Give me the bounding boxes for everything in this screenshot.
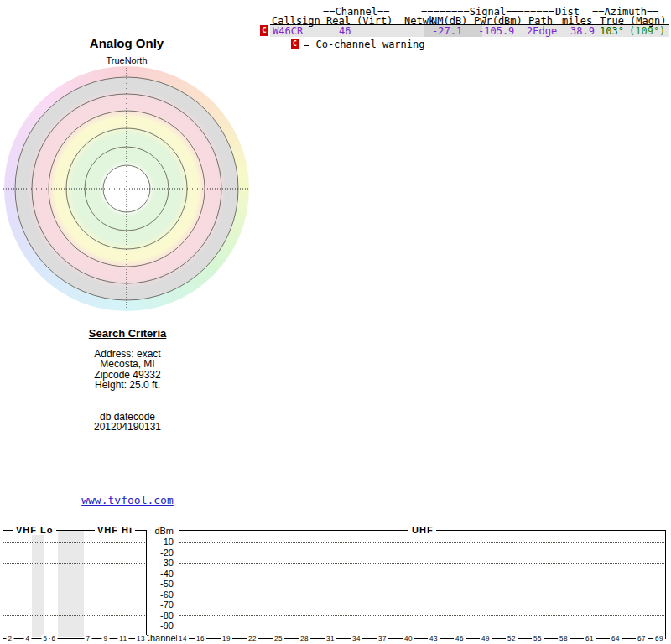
channel-tick-label: 49 (480, 635, 492, 642)
gridline-uhf (179, 542, 664, 543)
cell-real-channel: 46 (339, 26, 351, 37)
cell-pwr-dbm: -105.9 (478, 26, 514, 37)
tvfool-report-page: ==Channel== ========Signal======== Dist … (0, 0, 671, 644)
col-header-netwk: Netwk (404, 16, 434, 27)
gridline-uhf (179, 626, 664, 626)
uhf-panel-right-border (665, 530, 666, 639)
band-label-vhf-hi: VHF Hi (95, 525, 135, 535)
y-tick-label: -50 (144, 579, 174, 589)
y-tick-label: -90 (144, 621, 174, 631)
gridline-uhf (179, 615, 664, 616)
y-tick-label: -80 (144, 610, 174, 621)
gridline-vhf (3, 542, 145, 543)
channel-tick-label: 13 (135, 635, 147, 642)
cell-azimuth-magn: (109°) (629, 26, 665, 37)
channel-tick-label: 40 (403, 635, 414, 642)
gridline-uhf (179, 584, 664, 584)
legend-co-channel-label: = Co-channel warning (304, 39, 425, 50)
criteria-height: Height: 25.0 ft. (44, 380, 211, 390)
gridline-vhf (3, 584, 145, 584)
gridline-vhf (3, 595, 145, 595)
channel-tick-label: 19 (221, 635, 232, 642)
col-header-virt: (Virt) (356, 16, 393, 27)
top-border-segment (3, 530, 13, 531)
channel-tick-label: 64 (610, 635, 622, 642)
cell-nm-db: -27.1 (432, 26, 462, 37)
cell-callsign[interactable]: W46CR (273, 26, 303, 37)
y-tick-label: -60 (144, 589, 174, 600)
channel-tick-label: 37 (377, 635, 388, 642)
top-border-segment (52, 530, 95, 531)
channel-tick-label: 61 (584, 635, 596, 642)
gridline-vhf (3, 574, 145, 574)
radar-title: Analog Only (51, 36, 202, 50)
channel-tick-label: 28 (299, 635, 310, 642)
gridline-uhf (179, 574, 664, 574)
top-border-segment (179, 530, 408, 531)
y-tick-label: -70 (144, 600, 174, 610)
y-tick-label: -20 (144, 548, 174, 558)
gridline-uhf (179, 605, 664, 605)
y-tick-label: -30 (144, 558, 174, 568)
search-criteria-heading: Search Criteria (44, 327, 211, 340)
channel-tick-label: 14 (177, 635, 189, 642)
channel-tick-label: 52 (506, 635, 518, 642)
channel-tick-label: 34 (351, 635, 362, 642)
channel-tick-label: 31 (325, 635, 336, 642)
gridline-uhf (179, 553, 664, 553)
channel-tick-label: 69 (653, 635, 665, 642)
gridline-vhf (3, 563, 145, 564)
channel-tick-label: 5 (42, 635, 49, 642)
channel-tick-label: 55 (532, 635, 544, 642)
channel-tick-label: 46 (454, 635, 466, 642)
gridline-vhf (3, 615, 145, 616)
gridline-uhf (179, 563, 664, 564)
channel-tick-label: 43 (428, 635, 440, 642)
gridline-uhf (179, 595, 664, 595)
tvfool-link[interactable]: www.tvfool.com (44, 494, 211, 506)
gridline-vhf (3, 626, 145, 626)
search-criteria: Search Criteria Address: exact Mecosta, … (44, 327, 211, 432)
cell-miles: 38.9 (570, 26, 595, 37)
channel-tick-label: 67 (636, 635, 648, 642)
gridline-vhf (3, 553, 145, 553)
channel-tick-label: 22 (247, 635, 258, 642)
channel-tick-label: 2 (7, 635, 14, 642)
uhf-panel-left-border (179, 530, 179, 639)
channel-tick-label: 25 (273, 635, 284, 642)
y-axis-title: dBm (134, 526, 174, 536)
cell-path: 2Edge (527, 26, 557, 37)
channel-tick-label: 7 (85, 635, 92, 642)
y-tick-label: -40 (144, 569, 174, 579)
channel-tick-label: 16 (195, 635, 206, 642)
channel-tick-label: 9 (102, 635, 110, 642)
cell-azimuth-true: 103° (600, 26, 624, 37)
channel-tick-label: 11 (117, 635, 128, 642)
channel-tick-label: 6 (50, 635, 58, 642)
criteria-city: Mecosta, MI (44, 359, 211, 369)
gridline-vhf (3, 605, 145, 605)
vhf-panel-left-border (3, 530, 3, 639)
db-datecode-value: 201204190131 (44, 422, 211, 432)
band-label-vhf-lo: VHF Lo (13, 525, 56, 535)
channel-tick-label: 58 (558, 635, 570, 642)
radar-grid (0, 50, 260, 319)
y-tick-label: -10 (144, 537, 174, 547)
channel-tick-label: 4 (24, 635, 32, 642)
top-border-segment (435, 530, 666, 531)
band-label-uhf: UHF (409, 525, 436, 535)
co-channel-flag: C (260, 25, 268, 36)
legend-co-channel-flag: C (291, 39, 299, 49)
